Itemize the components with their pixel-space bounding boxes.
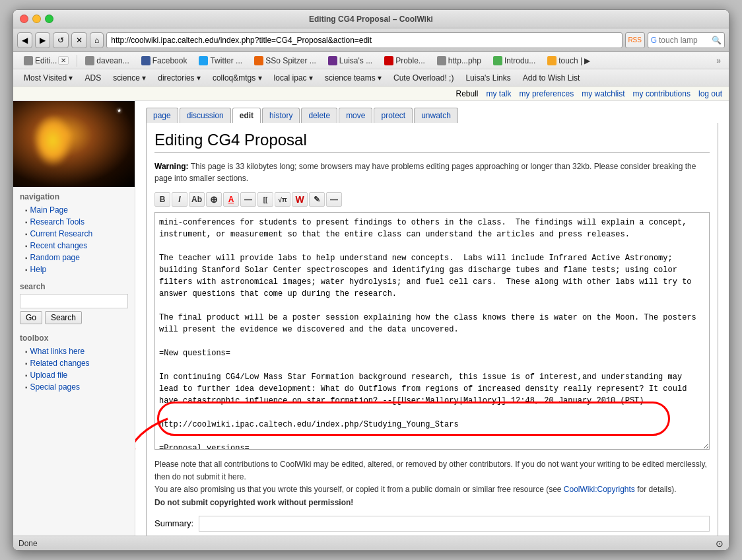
search-box-wrapper: G 🔍 bbox=[648, 32, 725, 48]
menu-science[interactable]: science ▾ bbox=[108, 71, 151, 85]
menu-colloq[interactable]: colloq&mtgs ▾ bbox=[207, 71, 267, 85]
nav-current-research[interactable]: Current Research bbox=[20, 228, 128, 240]
edit-textarea[interactable]: mini-conferences for students to present… bbox=[154, 212, 710, 450]
bookmark-label: Luisa's ... bbox=[339, 56, 372, 65]
reload-button[interactable]: ↺ bbox=[53, 32, 69, 48]
tab-move[interactable]: move bbox=[339, 108, 372, 123]
nav-help[interactable]: Help bbox=[20, 263, 128, 275]
toolbar-math[interactable]: √π bbox=[275, 192, 290, 207]
bookmark-label: http...php bbox=[448, 56, 481, 65]
logout-link[interactable]: log out bbox=[698, 89, 722, 98]
toolbar-line[interactable]: — bbox=[326, 192, 342, 207]
menu-bar: Most Visited ▾ ADS science ▾ directories… bbox=[13, 69, 729, 87]
bookmark-favicon bbox=[199, 56, 208, 65]
search-title: search bbox=[20, 282, 128, 291]
menu-most-visited[interactable]: Most Visited ▾ bbox=[18, 71, 78, 85]
nav-recent-changes[interactable]: Recent changes bbox=[20, 240, 128, 252]
bookmark-favicon bbox=[547, 56, 556, 65]
footer-line2-start: You are also promising us that you wrote… bbox=[154, 485, 564, 494]
bookmark-davean[interactable]: davean... bbox=[80, 55, 134, 67]
maximize-button[interactable] bbox=[45, 15, 53, 23]
nav-what-links-here[interactable]: What links here bbox=[20, 345, 128, 357]
forward-button[interactable]: ▶ bbox=[35, 32, 50, 48]
navigation-section: navigation Main Page Research Tools Curr… bbox=[13, 187, 135, 278]
bookmark-add-button[interactable]: » bbox=[714, 55, 724, 67]
tab-unwatch[interactable]: unwatch bbox=[414, 108, 458, 123]
toolbar-link[interactable]: [[ bbox=[257, 192, 273, 207]
navigation-title: navigation bbox=[20, 192, 128, 201]
toolbar-edit[interactable]: ✎ bbox=[309, 192, 325, 207]
search-section: search Go Search bbox=[13, 278, 135, 328]
address-bar[interactable] bbox=[106, 32, 622, 48]
nav-main-page[interactable]: Main Page bbox=[20, 204, 128, 216]
menu-science-teams[interactable]: science teams ▾ bbox=[320, 71, 387, 85]
my-preferences-link[interactable]: my preferences bbox=[520, 89, 574, 98]
bookmark-touch[interactable]: touch | ▶ bbox=[542, 55, 595, 67]
bookmark-facebook[interactable]: Facebook bbox=[136, 55, 193, 67]
summary-input[interactable] bbox=[199, 516, 710, 532]
warning-label: Warning: bbox=[154, 162, 189, 171]
toolbar-bold[interactable]: B bbox=[154, 192, 170, 207]
search-submit-icon[interactable]: 🔍 bbox=[712, 36, 722, 45]
my-talk-link[interactable]: my talk bbox=[487, 89, 512, 98]
tab-page[interactable]: page bbox=[146, 108, 178, 123]
menu-directories[interactable]: directories ▾ bbox=[152, 71, 206, 85]
tab-history[interactable]: history bbox=[262, 108, 300, 123]
bookmark-luisa[interactable]: Luisa's ... bbox=[323, 55, 378, 67]
toolbar-special1[interactable]: ⊕ bbox=[206, 192, 222, 207]
bookmark-introdu[interactable]: Introdu... bbox=[488, 55, 541, 67]
warning-box: Warning: This page is 33 kilobytes long;… bbox=[154, 160, 710, 184]
bookmark-close[interactable]: ✕ bbox=[58, 56, 69, 65]
tab-edit[interactable]: edit bbox=[232, 108, 261, 123]
bookmark-editi[interactable]: Editi... ✕ bbox=[18, 55, 74, 67]
menu-local-ipac[interactable]: local ipac ▾ bbox=[269, 71, 318, 85]
bookmark-twitter[interactable]: Twitter ... bbox=[193, 55, 248, 67]
warning-text: This page is 33 kilobytes long; some bro… bbox=[154, 162, 696, 183]
home-button[interactable]: ⌂ bbox=[90, 32, 104, 48]
toolbar-ab[interactable]: Ab bbox=[189, 192, 205, 207]
bookmark-favicon bbox=[437, 56, 446, 65]
toolbar-a-color[interactable]: A bbox=[223, 192, 239, 207]
stop-button[interactable]: ✕ bbox=[71, 32, 87, 48]
window-controls[interactable] bbox=[20, 15, 53, 23]
go-button[interactable]: Go bbox=[20, 311, 42, 324]
copyrights-link[interactable]: CoolWiki:Copyrights bbox=[564, 485, 635, 494]
toolbar-w[interactable]: W bbox=[292, 192, 308, 207]
bookmark-proble[interactable]: Proble... bbox=[379, 55, 430, 67]
toolbar-italic[interactable]: I bbox=[172, 192, 187, 207]
bookmark-spitzer[interactable]: SSo Spitzer ... bbox=[249, 55, 321, 67]
sidebar-search-input[interactable] bbox=[20, 294, 128, 308]
my-watchlist-link[interactable]: my watchlist bbox=[582, 89, 624, 98]
title-bar: Editing CG4 Proposal – CoolWiki bbox=[13, 10, 729, 28]
tab-delete[interactable]: delete bbox=[301, 108, 337, 123]
rebull-username: Rebull bbox=[456, 89, 479, 98]
bookmark-http[interactable]: http...php bbox=[432, 55, 487, 67]
bookmark-label: SSo Spitzer ... bbox=[265, 56, 316, 65]
menu-ads[interactable]: ADS bbox=[79, 71, 106, 85]
sidebar: navigation Main Page Research Tools Curr… bbox=[13, 101, 135, 536]
back-button[interactable]: ◀ bbox=[17, 32, 32, 48]
toolbar-dash[interactable]: — bbox=[240, 192, 256, 207]
status-bar: Done ⊙ bbox=[13, 536, 729, 550]
search-button[interactable]: Search bbox=[45, 311, 82, 324]
bookmark-favicon bbox=[493, 56, 502, 65]
status-text: Done bbox=[18, 539, 38, 548]
summary-label: Summary: bbox=[154, 518, 193, 528]
my-contributions-link[interactable]: my contributions bbox=[633, 89, 691, 98]
close-button[interactable] bbox=[20, 15, 28, 23]
menu-add-wish[interactable]: Add to Wish List bbox=[518, 71, 586, 85]
nav-special-pages[interactable]: Special pages bbox=[20, 381, 128, 393]
minimize-button[interactable] bbox=[32, 15, 41, 23]
nav-research-tools[interactable]: Research Tools bbox=[20, 216, 128, 228]
nav-related-changes[interactable]: Related changes bbox=[20, 357, 128, 369]
rss-button[interactable]: RSS bbox=[625, 32, 645, 48]
edit-area-wrapper: mini-conferences for students to present… bbox=[154, 212, 710, 452]
search-input[interactable] bbox=[659, 36, 712, 45]
tab-protect[interactable]: protect bbox=[374, 108, 413, 123]
tab-discussion[interactable]: discussion bbox=[180, 108, 231, 123]
nav-random-page[interactable]: Random page bbox=[20, 252, 128, 263]
nav-upload-file[interactable]: Upload file bbox=[20, 369, 128, 381]
google-icon: G bbox=[651, 36, 657, 45]
menu-cute-overload[interactable]: Cute Overload! ;) bbox=[388, 71, 459, 85]
menu-luisa-links[interactable]: Luisa's Links bbox=[460, 71, 516, 85]
